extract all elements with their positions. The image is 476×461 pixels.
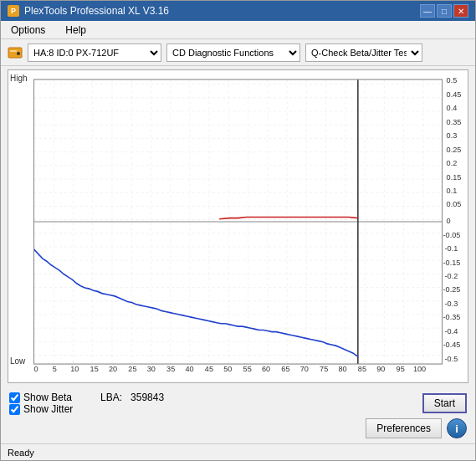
status-text: Ready xyxy=(8,448,34,458)
main-window: P PlexTools Professional XL V3.16 — □ ✕ … xyxy=(0,0,476,461)
svg-text:0.35: 0.35 xyxy=(447,116,462,125)
svg-text:85: 85 xyxy=(358,363,366,372)
svg-text:-0.25: -0.25 xyxy=(443,284,461,294)
svg-text:10: 10 xyxy=(70,363,79,372)
svg-text:70: 70 xyxy=(300,363,309,372)
svg-text:90: 90 xyxy=(376,363,385,372)
svg-text:20: 20 xyxy=(109,363,117,372)
function-select[interactable]: CD Diagnostic Functions xyxy=(166,44,300,62)
show-jitter-checkbox[interactable] xyxy=(9,404,20,415)
svg-text:75: 75 xyxy=(320,363,328,372)
svg-text:-0.05: -0.05 xyxy=(443,229,461,238)
svg-text:65: 65 xyxy=(281,363,289,372)
show-beta-checkbox-item: Show Beta LBA: 359843 xyxy=(9,392,422,403)
svg-text:0.1: 0.1 xyxy=(447,186,458,195)
bottom-controls: Show Beta LBA: 359843 Show Jitter Start xyxy=(9,392,467,415)
lba-value: 359843 xyxy=(131,392,164,403)
svg-text:0.4: 0.4 xyxy=(447,103,458,112)
window-title: PlexTools Professional XL V3.16 xyxy=(24,5,169,17)
menu-help[interactable]: Help xyxy=(62,23,90,38)
toolbar: HA:8 ID:0 PX-712UF CD Diagnostic Functio… xyxy=(1,39,475,66)
menu-bar: Options Help xyxy=(1,21,475,39)
show-beta-label: Show Beta xyxy=(23,392,72,403)
svg-text:-0.2: -0.2 xyxy=(445,271,458,280)
svg-text:50: 50 xyxy=(223,363,232,372)
svg-text:5: 5 xyxy=(53,363,57,372)
svg-text:55: 55 xyxy=(243,363,252,372)
svg-point-2 xyxy=(17,52,20,55)
svg-text:35: 35 xyxy=(166,363,175,372)
svg-text:25: 25 xyxy=(128,363,136,372)
bottom-right: Start xyxy=(422,393,467,413)
svg-text:-0.1: -0.1 xyxy=(445,243,458,253)
bottom-panel: Show Beta LBA: 359843 Show Jitter Start … xyxy=(1,387,475,443)
svg-text:45: 45 xyxy=(205,363,213,372)
title-bar-left: P PlexTools Professional XL V3.16 xyxy=(8,5,169,17)
preferences-row: Preferences i xyxy=(9,418,467,438)
svg-text:0.05: 0.05 xyxy=(447,199,462,208)
svg-text:30: 30 xyxy=(147,363,156,372)
svg-text:0.45: 0.45 xyxy=(447,89,462,98)
svg-text:0.5: 0.5 xyxy=(447,75,458,85)
show-beta-checkbox[interactable] xyxy=(9,392,20,403)
svg-text:-0.15: -0.15 xyxy=(443,257,461,266)
chart-area: High Low 0.5 0.45 0.4 0 xyxy=(8,69,468,383)
chart-svg: 0.5 0.45 0.4 0.35 0.3 0.25 0.2 0.15 0.1 … xyxy=(8,70,468,382)
test-select[interactable]: Q-Check Beta/Jitter Test xyxy=(305,44,422,62)
svg-text:0.2: 0.2 xyxy=(447,158,458,167)
title-controls: — □ ✕ xyxy=(420,4,468,18)
app-icon: P xyxy=(8,5,19,17)
preferences-button[interactable]: Preferences xyxy=(366,418,442,438)
svg-text:0.3: 0.3 xyxy=(447,131,458,140)
svg-text:0.25: 0.25 xyxy=(447,144,462,153)
svg-text:0.15: 0.15 xyxy=(447,172,462,181)
start-button[interactable]: Start xyxy=(422,393,467,413)
info-button[interactable]: i xyxy=(447,418,467,438)
minimize-button[interactable]: — xyxy=(420,4,435,18)
svg-text:0: 0 xyxy=(34,363,38,372)
show-jitter-checkbox-item: Show Jitter xyxy=(9,403,422,415)
svg-text:0: 0 xyxy=(447,216,451,225)
title-bar: P PlexTools Professional XL V3.16 — □ ✕ xyxy=(1,1,475,21)
svg-rect-1 xyxy=(10,50,17,52)
svg-text:-0.4: -0.4 xyxy=(445,326,458,336)
lba-label: LBA: xyxy=(100,392,122,403)
svg-text:60: 60 xyxy=(262,363,270,372)
drive-icon xyxy=(8,45,23,60)
svg-text:-0.35: -0.35 xyxy=(443,312,461,321)
svg-text:80: 80 xyxy=(338,363,346,372)
bottom-left: Show Beta LBA: 359843 Show Jitter xyxy=(9,392,422,415)
svg-text:15: 15 xyxy=(90,363,99,372)
maximize-button[interactable]: □ xyxy=(437,4,452,18)
svg-text:95: 95 xyxy=(397,363,405,372)
svg-text:-0.45: -0.45 xyxy=(443,340,461,349)
show-jitter-label: Show Jitter xyxy=(23,403,73,415)
menu-options[interactable]: Options xyxy=(8,23,49,38)
svg-text:100: 100 xyxy=(413,363,426,372)
close-button[interactable]: ✕ xyxy=(453,4,468,18)
drive-select[interactable]: HA:8 ID:0 PX-712UF xyxy=(28,44,161,62)
svg-text:-0.3: -0.3 xyxy=(445,299,458,308)
svg-text:40: 40 xyxy=(185,363,193,372)
svg-text:-0.5: -0.5 xyxy=(445,353,458,362)
status-bar: Ready xyxy=(1,443,475,460)
